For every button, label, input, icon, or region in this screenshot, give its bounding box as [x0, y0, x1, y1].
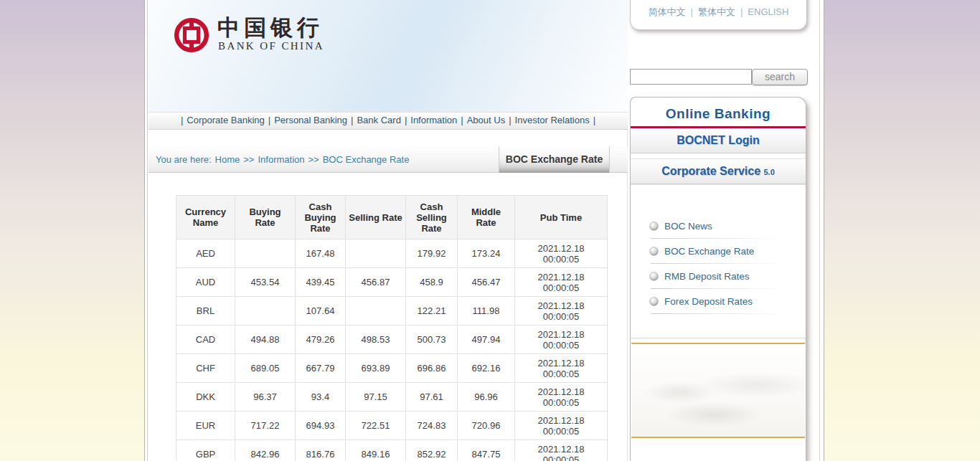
nav-separator: | — [461, 115, 463, 125]
online-banking-panel: Online Banking BOCNET Login Corporate Se… — [630, 97, 806, 461]
column-header-cash-selling-rate: Cash Selling Rate — [406, 196, 458, 239]
sidebar-item-label: Forex Deposit Rates — [664, 296, 753, 307]
bullet-icon — [649, 272, 659, 281]
cell-cash-selling-rate: 724.83 — [406, 412, 458, 440]
right-border-line — [819, 0, 820, 461]
cell-middle-rate: 497.94 — [458, 325, 515, 354]
cell-selling-rate: 456.87 — [346, 268, 406, 297]
cell-pub-time: 2021.12.1800:00:05 — [515, 297, 608, 325]
cell-buying-rate: 96.37 — [235, 383, 296, 412]
table-row-gbp: GBP842.96816.76849.16852.92847.752021.12… — [176, 440, 608, 461]
cell-selling-rate: 97.15 — [346, 383, 406, 412]
cell-pub-time: 2021.12.1800:00:05 — [515, 325, 608, 354]
cell-currency: GBP — [176, 440, 235, 461]
language-link-item[interactable]: 简体中文 — [649, 6, 686, 17]
cell-selling-rate — [346, 239, 406, 268]
cell-buying-rate — [235, 239, 296, 268]
cell-currency: AUD — [176, 268, 235, 297]
cell-middle-rate: 847.75 — [458, 440, 515, 461]
corporate-service-label: Corporate Service — [661, 165, 760, 177]
sidebar-item-label: BOC News — [664, 221, 712, 232]
cell-cash-buying-rate: 167.48 — [296, 239, 346, 268]
cell-middle-rate: 720.96 — [458, 412, 515, 440]
panel-hairline — [631, 184, 806, 185]
column-header-cash-buying-rate: Cash Buying Rate — [296, 196, 346, 239]
cell-cash-buying-rate: 667.79 — [296, 354, 346, 383]
language-separator: | — [691, 6, 693, 17]
sidebar-item-label: BOC Exchange Rate — [664, 246, 754, 257]
nav-item-personal-banking[interactable]: Personal Banking — [274, 115, 347, 125]
pub-time: 00:00:05 — [543, 397, 580, 408]
promo-image[interactable] — [631, 343, 805, 438]
corporate-service-button[interactable]: Corporate Service 5.0 — [631, 159, 806, 184]
nav-separator: | — [181, 115, 183, 125]
bank-of-china-logo[interactable]: 中国银行 BANK OF CHINA — [173, 14, 446, 66]
boc-emblem-icon — [173, 16, 210, 54]
bocnet-login-button[interactable]: BOCNET Login — [631, 128, 806, 153]
pub-time: 00:00:05 — [543, 282, 580, 293]
pub-date: 2021.12.18 — [537, 329, 584, 340]
sidebar-item-forex-deposit-rates[interactable]: Forex Deposit Rates — [631, 289, 806, 314]
pub-date: 2021.12.18 — [537, 444, 584, 455]
pub-time: 00:00:05 — [543, 340, 580, 351]
logo-english-text: BANK OF CHINA — [218, 40, 324, 52]
pub-date: 2021.12.18 — [537, 386, 584, 397]
button-gap — [631, 153, 806, 159]
table-row-aed: AED167.48179.92173.242021.12.1800:00:05 — [176, 239, 608, 268]
sidebar-divider — [631, 338, 806, 338]
cell-cash-buying-rate: 107.64 — [296, 297, 346, 325]
cell-cash-selling-rate: 696.86 — [406, 354, 458, 383]
cell-buying-rate — [235, 297, 296, 325]
search-button[interactable]: search — [752, 69, 808, 85]
sidebar-item-rmb-deposit-rates[interactable]: RMB Deposit Rates — [631, 264, 806, 289]
pub-date: 2021.12.18 — [537, 243, 584, 254]
language-separator: | — [740, 6, 743, 17]
cell-cash-selling-rate: 852.92 — [406, 440, 458, 461]
nav-item-bank-card[interactable]: Bank Card — [357, 115, 400, 125]
pub-time: 00:00:05 — [543, 254, 580, 265]
cell-pub-time: 2021.12.1800:00:05 — [515, 440, 608, 461]
column-header-selling-rate: Selling Rate — [346, 196, 406, 239]
cell-currency: AED — [176, 239, 235, 268]
nav-separator: | — [405, 115, 407, 125]
table-header-row: Currency NameBuying RateCash Buying Rate… — [176, 196, 608, 239]
cell-selling-rate: 498.53 — [346, 325, 406, 354]
cell-pub-time: 2021.12.1800:00:05 — [515, 268, 608, 297]
nav-item-about-us[interactable]: About Us — [467, 115, 505, 125]
main-navigation: |Corporate Banking|Personal Banking|Bank… — [149, 112, 628, 130]
breadcrumb-bar: You are here:Home>>Information>>BOC Exch… — [149, 146, 628, 173]
cell-middle-rate: 96.96 — [458, 383, 515, 412]
pub-time: 00:00:05 — [543, 455, 580, 461]
sidebar-item-label: RMB Deposit Rates — [664, 271, 750, 282]
sidebar-item-boc-exchange-rate[interactable]: BOC Exchange Rate — [631, 239, 806, 264]
nav-separator: | — [351, 115, 353, 125]
cell-cash-selling-rate: 122.21 — [406, 297, 458, 325]
cell-cash-buying-rate: 816.76 — [296, 440, 346, 461]
sidebar-item-boc-news[interactable]: BOC News — [631, 214, 806, 239]
bocnet-login-label: BOCNET Login — [677, 134, 760, 146]
search-input[interactable] — [630, 69, 752, 85]
pub-date: 2021.12.18 — [537, 358, 584, 369]
cell-middle-rate: 173.24 — [458, 239, 515, 268]
cell-buying-rate: 717.22 — [235, 412, 296, 440]
tab-boc-exchange-rate[interactable]: BOC Exchange Rate — [499, 146, 610, 173]
pub-time: 00:00:05 — [543, 426, 580, 437]
table-row-dkk: DKK96.3793.497.1597.6196.962021.12.1800:… — [176, 383, 608, 412]
breadcrumb-link-information[interactable]: Information — [258, 154, 304, 165]
cell-buying-rate: 689.05 — [235, 354, 296, 383]
pub-date: 2021.12.18 — [537, 272, 584, 282]
language-link-item[interactable]: 繁体中文 — [698, 6, 735, 17]
nav-item-information[interactable]: Information — [410, 115, 457, 125]
nav-separator: | — [268, 115, 270, 125]
language-link-english[interactable]: ENGLISH — [748, 6, 788, 17]
cell-middle-rate: 692.16 — [458, 354, 515, 383]
table-row-chf: CHF689.05667.79693.89696.86692.162021.12… — [176, 354, 608, 383]
language-switcher: 简体中文|繁体中文|ENGLISH — [630, 0, 807, 30]
nav-item-investor-relations[interactable]: Investor Relations — [515, 115, 590, 125]
nav-item-corporate-banking[interactable]: Corporate Banking — [187, 115, 264, 125]
logo-chinese-text: 中国银行 — [217, 13, 324, 43]
sidebar-links: BOC NewsBOC Exchange RateRMB Deposit Rat… — [631, 214, 806, 314]
cell-middle-rate: 111.98 — [458, 297, 515, 325]
breadcrumb-link-home[interactable]: Home — [215, 154, 240, 165]
cell-pub-time: 2021.12.1800:00:05 — [515, 354, 608, 383]
